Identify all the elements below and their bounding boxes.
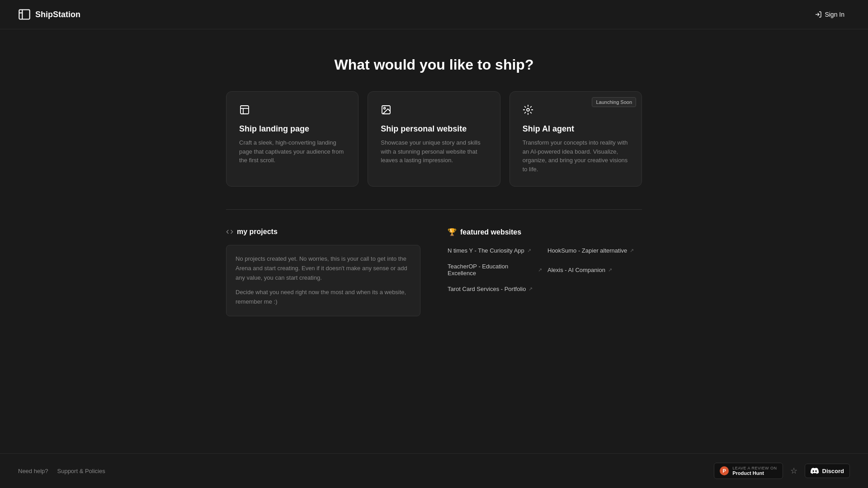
sign-in-button[interactable]: Sign In [809, 7, 850, 22]
code-icon [226, 228, 233, 235]
sign-in-icon [815, 11, 822, 18]
external-link-icon-1: ↗ [630, 248, 634, 253]
star-button[interactable]: ☆ [790, 466, 797, 476]
support-policies-link[interactable]: Support & Policies [57, 468, 105, 474]
my-projects-heading: my projects [226, 228, 420, 236]
svg-point-8 [384, 108, 386, 109]
landing-page-icon [239, 104, 345, 117]
svg-rect-4 [241, 106, 249, 114]
projects-empty-text-1: No projects created yet. No worries, thi… [236, 254, 411, 282]
product-hunt-bottom-label: Product Hunt [732, 470, 777, 476]
footer-right: P LEAVE A REVIEW ON Product Hunt ☆ Disco… [714, 463, 850, 479]
featured-link-label-0: N times Y - The Curiosity App [448, 247, 524, 254]
logo-icon [18, 8, 31, 21]
ship-personal-website-card[interactable]: Ship personal website Showcase your uniq… [368, 91, 500, 187]
need-help-link[interactable]: Need help? [18, 468, 48, 474]
featured-link-label-4: Tarot Card Services - Portfolio [448, 286, 526, 292]
featured-link-label-2: TeacherOP - Education Excellence [448, 263, 535, 277]
ai-agent-desc: Transform your concepts into reality wit… [523, 138, 629, 174]
svg-point-9 [527, 108, 529, 111]
projects-empty-state: No projects created yet. No worries, thi… [226, 245, 420, 316]
product-hunt-icon: P [720, 466, 729, 475]
my-projects-label: my projects [237, 228, 278, 236]
landing-page-title: Ship landing page [239, 124, 345, 134]
ship-landing-page-card[interactable]: Ship landing page Craft a sleek, high-co… [226, 91, 359, 187]
featured-links-grid: N times Y - The Curiosity App ↗ HookSumo… [448, 245, 642, 294]
launching-soon-badge: Launching Soon [592, 97, 636, 107]
featured-link-3[interactable]: Alexis - AI Companion ↗ [547, 261, 642, 278]
featured-link-4[interactable]: Tarot Card Services - Portfolio ↗ [448, 284, 542, 294]
discord-label: Discord [822, 468, 844, 474]
star-icon: ☆ [790, 466, 797, 475]
personal-website-icon [381, 104, 487, 117]
page-title: What would you like to ship? [226, 56, 642, 73]
product-hunt-button[interactable]: P LEAVE A REVIEW ON Product Hunt [714, 463, 783, 479]
svg-rect-0 [19, 10, 29, 19]
discord-button[interactable]: Discord [805, 464, 850, 478]
product-hunt-text: LEAVE A REVIEW ON Product Hunt [732, 466, 777, 476]
featured-websites-label: featured websites [460, 228, 521, 236]
landing-page-desc: Craft a sleek, high-converting landing p… [239, 138, 345, 165]
footer-left: Need help? Support & Policies [18, 468, 105, 474]
my-projects-section: my projects No projects created yet. No … [226, 228, 420, 316]
featured-websites-section: 🏆 featured websites N times Y - The Curi… [448, 228, 642, 316]
ship-cards-grid: Ship landing page Craft a sleek, high-co… [226, 91, 642, 187]
logo-text: ShipStation [35, 10, 80, 19]
featured-link-1[interactable]: HookSumo - Zapier alternative ↗ [547, 245, 642, 256]
section-divider [226, 209, 642, 210]
external-link-icon-0: ↗ [527, 248, 531, 253]
footer: Need help? Support & Policies P LEAVE A … [0, 453, 868, 488]
external-link-icon-2: ↗ [538, 267, 542, 273]
featured-link-label-1: HookSumo - Zapier alternative [547, 247, 627, 254]
personal-website-desc: Showcase your unique story and skills wi… [381, 138, 487, 165]
featured-link-0[interactable]: N times Y - The Curiosity App ↗ [448, 245, 542, 256]
ai-agent-title: Ship AI agent [523, 124, 629, 134]
logo[interactable]: ShipStation [18, 8, 80, 21]
sign-in-label: Sign In [825, 11, 844, 18]
header: ShipStation Sign In [0, 0, 868, 29]
product-hunt-top-label: LEAVE A REVIEW ON [732, 466, 777, 470]
trophy-icon: 🏆 [448, 228, 457, 236]
featured-link-label-3: Alexis - AI Companion [547, 267, 605, 273]
personal-website-title: Ship personal website [381, 124, 487, 134]
main-content: What would you like to ship? Ship landin… [208, 29, 660, 453]
featured-websites-heading: 🏆 featured websites [448, 228, 642, 236]
featured-link-2[interactable]: TeacherOP - Education Excellence ↗ [448, 261, 542, 278]
ship-ai-agent-card[interactable]: Launching Soon Ship AI agent Transform y… [509, 91, 642, 187]
external-link-icon-3: ↗ [608, 267, 612, 273]
projects-empty-text-2: Decide what you need right now the most … [236, 288, 411, 307]
external-link-icon-4: ↗ [528, 286, 533, 292]
two-column-layout: my projects No projects created yet. No … [226, 228, 642, 316]
discord-icon [811, 467, 819, 475]
